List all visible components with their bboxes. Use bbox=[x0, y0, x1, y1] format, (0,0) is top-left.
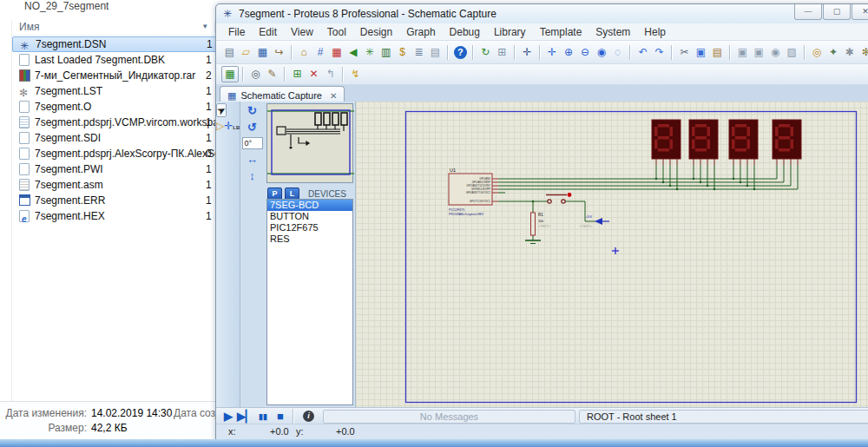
file-name: 7segment.PWI bbox=[35, 161, 103, 177]
selection-mode-button[interactable]: ➤ bbox=[216, 103, 227, 117]
component-mode-button[interactable]: ▷ bbox=[216, 120, 224, 132]
design-explorer-sheet-button[interactable]: ↯ bbox=[347, 66, 364, 82]
search-button[interactable]: ◎ bbox=[247, 66, 264, 82]
flip-horizontal-button[interactable]: ↔ bbox=[244, 152, 260, 167]
angle-input[interactable]: 0° bbox=[242, 137, 263, 149]
device-item[interactable]: PIC12F675 bbox=[267, 222, 352, 233]
erc-ruler-button[interactable]: ≣ bbox=[411, 44, 427, 61]
wire-label-mode-button[interactable]: LBL bbox=[233, 125, 240, 130]
menu-view[interactable]: View bbox=[284, 26, 320, 38]
redraw-button[interactable]: ↻ bbox=[477, 44, 494, 61]
block-rotate-button[interactable]: ◉ bbox=[767, 44, 784, 61]
menu-file[interactable]: File bbox=[221, 26, 252, 38]
resistor-r1[interactable]: R1 10k <TEXT> bbox=[531, 213, 551, 235]
grid-toggle-button[interactable]: ⊞ bbox=[494, 44, 510, 61]
menu-design[interactable]: Design bbox=[353, 26, 399, 38]
play-button[interactable]: ▶ bbox=[220, 410, 237, 423]
orientation-toolbar: ↻↺0°↔↕ bbox=[240, 102, 264, 197]
zoom-area-button[interactable]: ◌ bbox=[609, 44, 626, 61]
block-copy-button[interactable]: ▣ bbox=[734, 44, 751, 61]
device-item[interactable]: BUTTON bbox=[267, 211, 352, 222]
column-filter-arrow-icon[interactable]: ▾ bbox=[203, 22, 207, 30]
library-manager-button[interactable]: ✻ bbox=[858, 44, 868, 61]
device-item[interactable]: RES bbox=[267, 233, 352, 245]
ground-symbol[interactable] bbox=[525, 240, 541, 244]
flip-vertical-button[interactable]: ↕ bbox=[244, 168, 260, 183]
pcb-layout-button[interactable]: ▦ bbox=[329, 44, 345, 61]
stop-button[interactable]: ■ bbox=[272, 410, 289, 423]
menu-help[interactable]: Help bbox=[637, 26, 673, 38]
tab-label: Schematic Capture bbox=[240, 90, 322, 101]
step-button[interactable]: ▶▏ bbox=[237, 410, 254, 423]
copy-button[interactable]: ▣ bbox=[693, 44, 709, 61]
zoom-in-button[interactable]: ⊕ bbox=[561, 44, 577, 61]
tab-close-icon[interactable]: ✕ bbox=[330, 91, 337, 101]
help-button[interactable]: ? bbox=[454, 46, 467, 59]
menu-tool[interactable]: Tool bbox=[320, 26, 353, 38]
overview-minimap[interactable] bbox=[266, 103, 353, 183]
sheet-selector[interactable]: ROOT - Root sheet 1 bbox=[579, 410, 868, 424]
make-device-button[interactable]: ✦ bbox=[825, 44, 842, 61]
pan-button[interactable]: ✛ bbox=[544, 44, 561, 61]
new-project-button[interactable]: ▤ bbox=[221, 44, 238, 61]
folder-name[interactable]: NO_29_7segment bbox=[24, 0, 108, 12]
packaging-tool-button[interactable]: ✱ bbox=[841, 44, 858, 61]
menu-template[interactable]: Template bbox=[533, 26, 589, 38]
property-assign-button[interactable]: ✎ bbox=[264, 66, 280, 82]
home-page-button[interactable]: ⌂ bbox=[296, 44, 312, 61]
menu-system[interactable]: System bbox=[589, 26, 637, 38]
block-move-button[interactable]: ▣ bbox=[751, 44, 767, 61]
open-project-button[interactable]: ▱ bbox=[238, 44, 254, 61]
toolbar-separator bbox=[671, 45, 673, 60]
mcu-part: PIC12F675 bbox=[449, 208, 464, 212]
toolbar-separator bbox=[447, 45, 449, 60]
new-sheet-button[interactable]: ⊞ bbox=[289, 66, 306, 82]
remove-sheet-button[interactable]: ✕ bbox=[306, 66, 322, 82]
device-item[interactable]: 7SEG-BCD bbox=[267, 200, 352, 211]
object-selector-panel: P L DEVICES 7SEG-BCDBUTTONPIC12F675RES bbox=[265, 102, 355, 407]
seven-segment-displays[interactable] bbox=[652, 120, 801, 165]
goto-parent-button[interactable]: ↰ bbox=[322, 66, 339, 82]
menu-library[interactable]: Library bbox=[487, 26, 533, 38]
mcu-u1[interactable]: U1 GP0/AN0 GP1/AN1/VREF GP2/AN2/T0CKI/IN… bbox=[449, 168, 498, 216]
undo-button[interactable]: ↶ bbox=[635, 44, 651, 61]
minimize-button[interactable]: — bbox=[794, 4, 822, 20]
rotate-ccw-button[interactable]: ↺ bbox=[244, 120, 260, 135]
close-button[interactable]: ✕ bbox=[852, 4, 868, 20]
gerber-view-button[interactable]: ✳ bbox=[361, 44, 378, 61]
origin-button[interactable]: ✛ bbox=[519, 44, 536, 61]
sim-controls: ▶▶▏▮▮■ bbox=[220, 410, 289, 423]
zoom-out-button[interactable]: ⊖ bbox=[577, 44, 594, 61]
netlist-button[interactable]: ▤ bbox=[427, 44, 444, 61]
schematic-root-button[interactable]: ▦ bbox=[221, 66, 239, 82]
block-delete-button[interactable]: ▨ bbox=[784, 44, 800, 61]
schematic-canvas[interactable]: U1 GP0/AN0 GP1/AN1/VREF GP2/AN2/T0CKI/IN… bbox=[355, 102, 868, 407]
schematic-capture-button[interactable]: # bbox=[312, 44, 329, 61]
menu-debug[interactable]: Debug bbox=[443, 26, 487, 38]
toolbar-separator bbox=[539, 45, 541, 60]
junction-dot-mode-button[interactable]: ✛ bbox=[224, 120, 233, 132]
save-project-button[interactable]: ▦ bbox=[254, 44, 271, 61]
pause-button[interactable]: ▮▮ bbox=[254, 412, 272, 421]
maximize-button[interactable]: ▢ bbox=[823, 4, 851, 20]
nav-back-button[interactable]: ◀ bbox=[345, 44, 361, 61]
minimap-art bbox=[267, 104, 354, 181]
menu-edit[interactable]: Edit bbox=[252, 26, 284, 38]
menu-graph[interactable]: Graph bbox=[399, 26, 442, 38]
zoom-all-button[interactable]: ◉ bbox=[593, 44, 609, 61]
redo-button[interactable]: ↷ bbox=[651, 44, 667, 61]
wires[interactable] bbox=[498, 165, 798, 240]
find-part-button[interactable]: ◎ bbox=[809, 44, 825, 61]
file-date-digit: 1 bbox=[207, 37, 213, 51]
import-project-button[interactable]: ↪ bbox=[271, 44, 287, 61]
cut-button[interactable]: ✂ bbox=[676, 44, 693, 61]
file-name: 7segment.pdsprj.VCMP.vircom.workspac... bbox=[35, 115, 233, 130]
file-date-digit: 1 bbox=[206, 83, 212, 99]
rotate-cw-button[interactable]: ↻ bbox=[244, 103, 260, 118]
info-icon[interactable]: i bbox=[303, 411, 314, 422]
paste-button[interactable]: ▤ bbox=[709, 44, 726, 61]
title-bar[interactable]: ✳ 7segment - Proteus 8 Professional - Sc… bbox=[216, 4, 868, 23]
bom-button[interactable]: $ bbox=[394, 44, 411, 61]
design-explorer-button[interactable]: ▥ bbox=[378, 44, 394, 61]
column-name[interactable]: Имя bbox=[19, 21, 39, 33]
